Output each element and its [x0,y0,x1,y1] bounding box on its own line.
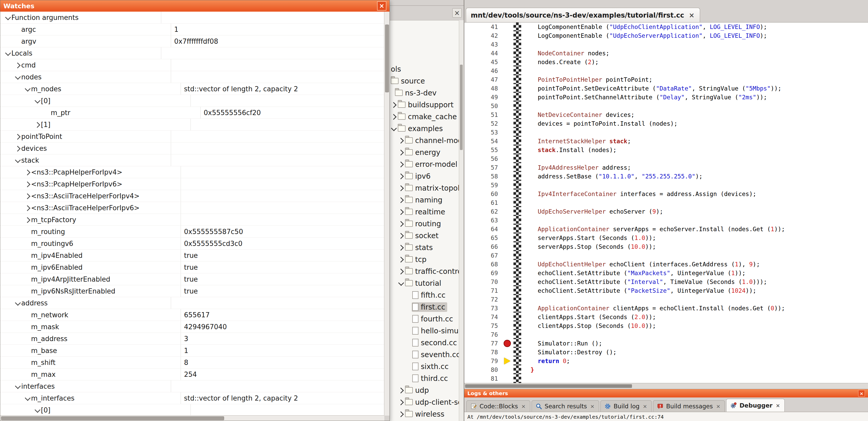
expander-right-icon[interactable] [398,268,404,274]
breakpoint-margin[interactable] [502,102,514,110]
code-line[interactable]: 58 address.SetBase ("10.1.1.0", "255.255… [464,172,868,181]
fold-margin[interactable] [514,348,521,357]
fold-margin[interactable] [514,225,521,233]
breakpoint-margin[interactable] [502,145,514,154]
fold-margin[interactable] [514,119,521,128]
expander-down-icon[interactable] [24,86,31,92]
breakpoint-margin[interactable] [502,163,514,172]
code-line[interactable]: 42 LogComponentEnable ("UdpEchoServerApp… [464,31,868,40]
watch-row[interactable]: pointToPoint [0,131,384,142]
tree-item[interactable]: fourth.cc [390,313,459,325]
code-line[interactable]: 70 echoClient.SetAttribute ("Interval", … [464,278,868,286]
breakpoint-margin[interactable] [502,304,514,313]
logs-tab-code-blocks[interactable]: Code::Blocks [466,400,530,412]
fold-margin[interactable] [514,295,521,304]
tree-item[interactable]: source [390,75,459,87]
tree-item-label-wrap[interactable]: wireless [404,409,446,419]
expander-down-icon[interactable] [14,74,21,80]
breakpoint-margin[interactable] [502,216,514,225]
code-line[interactable]: 47 PointToPointHelper pointToPoint; [464,75,868,84]
breakpoint-margin[interactable] [502,84,514,93]
fold-margin[interactable] [514,278,521,286]
watch-row[interactable]: m_nodesstd::vector of length 2, capacity… [0,83,384,95]
fold-margin[interactable] [514,190,521,198]
code-line[interactable]: 63 [464,216,868,225]
breakpoint-margin[interactable] [502,93,514,102]
tree-item[interactable]: seventh.cc [390,349,459,360]
expander-right-icon[interactable] [398,244,404,251]
breakpoint-margin[interactable] [502,58,514,66]
watches-vertical-scrollbar[interactable] [384,12,390,416]
expander-right-icon[interactable] [398,185,404,191]
fold-margin[interactable] [514,66,521,75]
code-line[interactable]: 52 devices = pointToPoint.Install (nodes… [464,119,868,128]
fold-margin[interactable] [514,321,521,330]
close-icon[interactable] [858,390,865,397]
fold-margin[interactable] [514,172,521,181]
tree-item[interactable]: realtime [390,206,459,218]
tree-item[interactable]: traffic-contro [390,265,459,277]
code-line[interactable]: 55 stack.Install (nodes); [464,145,868,154]
tree-item-label-wrap[interactable]: ns-3-dev [394,88,439,98]
expander-down-icon[interactable] [14,157,21,164]
tree-item-label-wrap[interactable]: stats [404,243,435,252]
watch-row[interactable]: Function arguments [0,12,384,24]
code-line[interactable]: 67 [464,251,868,260]
watch-row[interactable]: <ns3::PcapHelperForIpv4> [0,166,384,178]
tree-item[interactable]: examples [390,123,459,134]
breakpoint-margin[interactable] [502,154,514,163]
tree-item[interactable]: wireless [390,408,459,420]
breakpoint-margin[interactable] [502,31,514,40]
code-line[interactable]: 74 clientApps.Start (Seconds (2.0)); [464,313,868,321]
breakpoint-margin[interactable] [502,321,514,330]
watch-row[interactable]: m_interfacesstd::vector of length 2, cap… [0,392,384,404]
tree-item[interactable]: naming [390,194,459,206]
fold-margin[interactable] [514,242,521,251]
tree-item[interactable]: ipv6 [390,170,459,182]
tab-close-icon[interactable] [642,403,648,409]
watch-row[interactable]: m_ipv6NsRsJitterEnabledtrue [0,285,384,297]
code-line[interactable]: 61 [464,198,868,207]
expander-right-icon[interactable] [398,220,404,227]
tab-close-icon[interactable] [715,403,721,409]
expander-right-icon[interactable] [24,193,31,199]
breakpoint-margin[interactable] [502,172,514,181]
close-icon[interactable] [453,8,462,18]
code-line[interactable]: 57 Ipv4AddressHelper address; [464,163,868,172]
tree-item[interactable]: udp [390,384,459,396]
tree-item[interactable]: buildsupport [390,99,459,111]
tab-close-icon[interactable] [521,403,526,409]
tree-item-label-wrap[interactable]: udp-client-ser [404,397,459,407]
watches-horizontal-scrollbar[interactable] [0,415,384,421]
watch-row[interactable]: m_network655617 [0,309,384,321]
tree-item-label-wrap[interactable]: second.cc [412,338,459,348]
fold-margin[interactable] [514,251,521,260]
scrollbar-handle[interactable] [1,416,224,420]
code-line[interactable]: 76 [464,330,868,339]
expander-down-icon[interactable] [14,383,21,390]
expander-right-icon[interactable] [398,161,404,168]
fold-margin[interactable] [514,145,521,154]
fold-margin[interactable] [514,110,521,119]
tree-item[interactable]: ols [390,63,459,75]
fold-margin[interactable] [514,330,521,339]
watch-row[interactable]: m_max254 [0,368,384,380]
tree-item-label-wrap[interactable]: third.cc [412,374,450,383]
code-line[interactable]: 54 InternetStackHelper stack; [464,137,868,145]
tree-item-label-wrap[interactable]: hello-simul [412,326,459,336]
tree-item[interactable]: tcp [390,253,459,265]
expander-right-icon[interactable] [398,256,404,263]
tree-item[interactable]: fifth.cc [390,289,459,301]
tree-item[interactable]: third.cc [390,373,459,384]
expander-down-icon[interactable] [34,97,41,104]
tree-item-label-wrap[interactable]: source [390,76,427,86]
code-line[interactable]: 60 Ipv4InterfaceContainer interfaces = a… [464,190,868,198]
fold-margin[interactable] [514,269,521,278]
breakpoint-margin[interactable] [502,295,514,304]
watch-row[interactable]: interfaces [0,380,384,392]
tree-item[interactable]: udp-client-ser [390,396,459,408]
tree-item[interactable]: cmake_cache [390,111,459,123]
tree-item-label-wrap[interactable]: ipv6 [404,171,433,181]
watch-row[interactable]: m_ptr0x55555556cf20 [0,107,384,119]
watch-row[interactable]: m_ipv4Enabledtrue [0,250,384,261]
